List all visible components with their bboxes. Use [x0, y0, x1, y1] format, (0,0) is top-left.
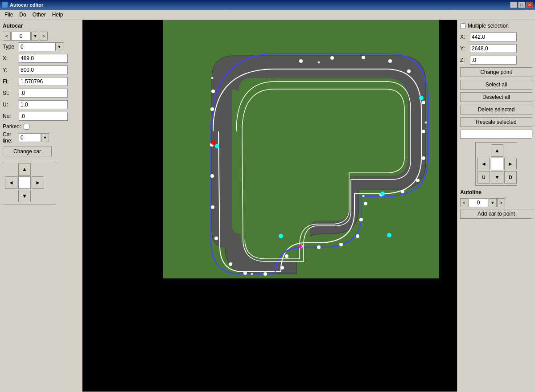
nu-label: Nu:	[3, 113, 17, 119]
type-input[interactable]	[19, 42, 55, 51]
car-line-input[interactable]	[19, 133, 41, 142]
svg-point-16	[364, 202, 367, 205]
svg-point-7	[362, 56, 365, 59]
rnav-down-button[interactable]: ▼	[491, 171, 503, 184]
type-dropdown-button[interactable]: ▼	[55, 42, 63, 51]
right-z-input[interactable]	[470, 56, 517, 65]
svg-point-20	[317, 245, 321, 249]
right-y-input[interactable]	[470, 44, 517, 53]
svg-point-32	[211, 90, 215, 93]
nav-left-button[interactable]: ◄	[5, 176, 17, 189]
menu-file[interactable]: File	[2, 11, 16, 19]
rnav-left-button[interactable]: ◄	[477, 158, 490, 170]
right-z-label: Z:	[460, 57, 468, 63]
center-canvas-area	[82, 20, 457, 392]
u-row: U:	[3, 100, 79, 109]
svg-point-33	[419, 96, 424, 100]
right-panel: Multiple selection X: Y: Z: Change point…	[457, 20, 535, 392]
autoline-dropdown-button[interactable]: ▼	[489, 198, 497, 207]
maximize-button[interactable]: □	[518, 2, 525, 8]
nav-down-button[interactable]: ▼	[18, 190, 31, 202]
change-car-button[interactable]: Change car	[3, 147, 52, 156]
st-row: St:	[3, 89, 79, 98]
x-input[interactable]	[19, 54, 68, 63]
svg-point-17	[359, 218, 363, 221]
multiple-selection-label: Multiple selection	[468, 23, 509, 29]
fi-input[interactable]	[19, 77, 68, 86]
nu-row: Nu:	[3, 112, 79, 121]
right-z-row: Z:	[460, 56, 532, 65]
deselect-all-button[interactable]: Deselect all	[460, 92, 532, 102]
right-y-row: Y:	[460, 44, 532, 53]
right-x-label: X:	[460, 34, 468, 40]
rescale-value-input[interactable]	[460, 130, 532, 139]
spinner-dropdown-button[interactable]: ▼	[31, 32, 39, 41]
nav-arrows-box: ▲ ◄ ► ▼	[3, 161, 56, 204]
st-input[interactable]	[19, 89, 68, 98]
nu-input[interactable]	[19, 112, 68, 121]
rescale-selected-button[interactable]: Rescale selected	[460, 117, 532, 127]
car-line-dropdown-group: ▼	[19, 133, 49, 142]
y-input[interactable]	[19, 65, 68, 74]
menu-help[interactable]: Help	[49, 11, 66, 19]
select-all-button[interactable]: Select all	[460, 80, 532, 90]
svg-point-10	[422, 101, 425, 104]
add-car-to-point-button[interactable]: Add car to point	[460, 209, 532, 219]
y-label: Y:	[3, 67, 17, 73]
rnav-right-button[interactable]: ►	[504, 158, 517, 170]
close-button[interactable]: ✕	[526, 2, 533, 8]
car-line-dropdown-button[interactable]: ▼	[41, 133, 49, 142]
parked-checkbox[interactable]	[24, 124, 29, 130]
minimize-button[interactable]: ─	[510, 2, 517, 8]
svg-point-26	[229, 262, 232, 266]
svg-point-23	[280, 266, 284, 270]
svg-point-43	[362, 195, 365, 197]
multiple-selection-checkbox[interactable]	[460, 23, 466, 29]
x-label: X:	[3, 55, 17, 61]
spinner-input[interactable]	[11, 32, 31, 41]
autoline-prev-button[interactable]: <	[460, 198, 468, 207]
rnav-u-button[interactable]: U	[477, 171, 490, 184]
delete-selected-button[interactable]: Delete selected	[460, 105, 532, 114]
change-point-button[interactable]: Change point	[460, 67, 532, 77]
svg-point-12	[422, 156, 425, 160]
svg-point-5	[299, 59, 303, 63]
svg-point-45	[211, 77, 214, 79]
svg-point-44	[251, 273, 253, 275]
y-row: Y:	[3, 65, 79, 74]
right-x-input[interactable]	[470, 33, 517, 41]
menu-do[interactable]: Do	[16, 11, 29, 19]
spinner-prev-button[interactable]: <	[3, 32, 11, 41]
window-title: Autocar editor	[10, 2, 43, 8]
fi-row: Fi:	[3, 77, 79, 86]
fi-label: Fi:	[3, 78, 17, 85]
u-input[interactable]	[19, 100, 68, 109]
autoline-next-button[interactable]: >	[497, 198, 505, 207]
car-line-row: Car line: ▼	[3, 131, 79, 144]
track-canvas[interactable]	[163, 20, 439, 278]
car-line-label: Car line:	[3, 131, 17, 144]
type-dropdown-group: ▼	[19, 42, 63, 51]
menu-other[interactable]: Other	[30, 11, 49, 19]
autocar-spinner: < ▼ >	[3, 32, 79, 41]
spinner-next-button[interactable]: >	[40, 32, 48, 41]
svg-point-29	[210, 174, 214, 178]
right-x-row: X:	[460, 33, 532, 41]
parked-row: Parked:	[3, 123, 79, 130]
svg-point-25	[243, 271, 247, 275]
autoline-input[interactable]	[469, 198, 488, 207]
svg-point-6	[330, 56, 334, 60]
right-y-label: Y:	[460, 45, 468, 52]
rnav-up-button[interactable]: ▲	[491, 144, 503, 157]
svg-point-27	[214, 237, 218, 240]
rnav-d-button[interactable]: D	[504, 171, 517, 184]
autoline-spinner: < ▼ >	[460, 198, 532, 207]
nav-up-button[interactable]: ▲	[18, 163, 31, 176]
rnav-center	[491, 158, 503, 170]
nav-center-display	[18, 176, 31, 189]
title-bar: Autocar editor ─ □ ✕	[0, 0, 535, 10]
svg-point-9	[407, 69, 411, 73]
x-row: X:	[3, 54, 79, 63]
nav-right-button[interactable]: ►	[32, 176, 44, 189]
svg-point-37	[279, 234, 283, 238]
